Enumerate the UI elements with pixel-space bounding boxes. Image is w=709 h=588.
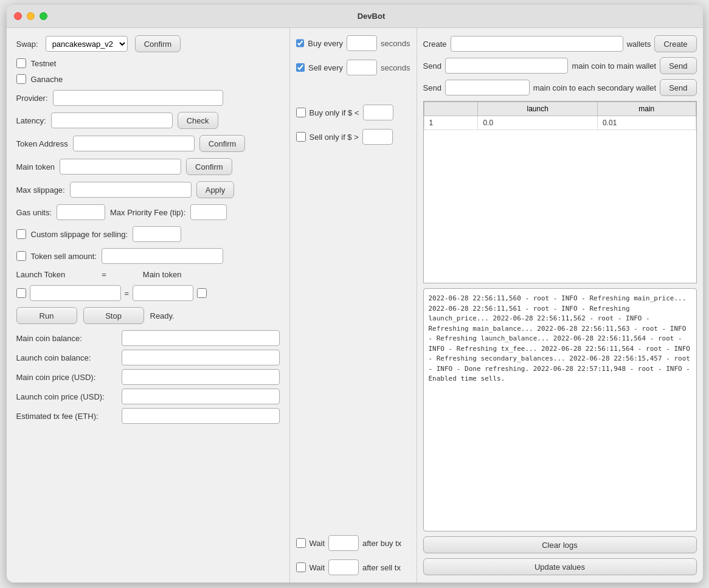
send-main-button[interactable]: Send <box>660 57 696 74</box>
buy-only-if-input[interactable]: 1 <box>363 105 393 120</box>
create-wallets-button[interactable]: Create <box>654 35 696 52</box>
left-panel: Swap: pancakeswap_v2 pancakeswap_v3 unis… <box>7 28 289 583</box>
ratio-checkbox-right[interactable] <box>197 288 207 298</box>
minimize-button[interactable] <box>27 12 35 20</box>
buy-every-input[interactable]: 10 <box>347 35 377 51</box>
token-sell-amount-input[interactable]: 1 <box>102 248 223 264</box>
testnet-checkbox[interactable] <box>16 58 26 68</box>
main-col-header: main <box>598 102 696 116</box>
main-ratio-input[interactable]: 0.01 <box>133 285 193 301</box>
maximize-button[interactable] <box>40 12 47 20</box>
send-each-button[interactable]: Send <box>660 79 696 96</box>
priority-fee-input[interactable]: 3 <box>190 204 227 220</box>
main-coin-balance-row: Main coin balance: 0.07591698914903681 <box>16 330 280 346</box>
launch-coin-price-input[interactable]: 7.552514465194685 <box>122 389 280 404</box>
check-button[interactable]: Check <box>178 112 218 129</box>
sell-only-if-input[interactable]: 1 <box>362 129 393 145</box>
gas-row: Gas units: 200001 Max Priority Fee (tip)… <box>16 204 280 220</box>
send-main-input[interactable] <box>445 58 569 74</box>
sell-every-input[interactable]: 2 <box>347 60 377 75</box>
update-values-button[interactable]: Update values <box>423 558 697 575</box>
sell-only-if-row: Sell only if $ > 1 <box>296 129 410 145</box>
custom-slippage-input[interactable]: 30 <box>133 226 181 242</box>
testnet-label: Testnet <box>31 59 57 68</box>
estimated-tx-fee-row: Estimated tx fee (ETH): 0.001000005 <box>16 408 280 424</box>
close-button[interactable] <box>14 12 22 20</box>
equals-header: = <box>102 270 106 279</box>
right-panel: Create wallets Create Send main coin to … <box>417 28 703 583</box>
provider-label: Provider: <box>16 94 48 103</box>
custom-slippage-checkbox[interactable] <box>16 229 26 239</box>
wait-after-sell-checkbox[interactable] <box>296 562 306 572</box>
main-token-input[interactable]: 01bD1cBaEBF2De08d9173bc095c <box>60 159 181 175</box>
launch-coin-price-row: Launch coin price (USD): 7.5525144651946… <box>16 389 280 404</box>
estimated-tx-fee-input[interactable]: 0.001000005 <box>122 408 280 424</box>
run-stop-row: Run Stop Ready. <box>16 307 280 324</box>
balance-section: Main coin balance: 0.07591698914903681 L… <box>16 330 280 424</box>
main-coin-balance-input[interactable]: 0.07591698914903681 <box>122 330 280 346</box>
buy-only-if-row: Buy only if $ < 1 <box>296 105 410 120</box>
clear-logs-button[interactable]: Clear logs <box>423 536 697 553</box>
provider-input[interactable]: https://bsc-dataseed.binance.org/ <box>53 90 223 106</box>
row-index: 1 <box>424 116 478 130</box>
ganache-row: Ganache <box>16 74 280 84</box>
launch-ratio-input[interactable]: 0.30854639986876164 <box>30 285 121 301</box>
token-address-confirm-button[interactable]: Confirm <box>199 135 246 152</box>
sell-only-if-label: Sell only if $ > <box>310 133 359 142</box>
swap-select[interactable]: pancakeswap_v2 pancakeswap_v3 uniswap_v2 <box>46 36 128 52</box>
buy-every-checkbox[interactable] <box>296 38 305 48</box>
buy-only-if-checkbox[interactable] <box>296 108 306 117</box>
token-sell-amount-checkbox[interactable] <box>16 251 26 261</box>
sell-every-checkbox[interactable] <box>296 63 305 72</box>
priority-fee-label: Max Priority Fee (tip): <box>110 208 185 217</box>
wallet-table-wrapper: launch main 1 0.0 0.01 <box>423 101 697 283</box>
gas-units-label: Gas units: <box>16 208 52 217</box>
log-area: 2022-06-28 22:56:11,560 - root - INFO - … <box>423 288 697 531</box>
after-sell-label: after sell tx <box>362 563 401 572</box>
run-button[interactable]: Run <box>16 307 77 324</box>
ganache-checkbox[interactable] <box>16 74 26 84</box>
ready-label: Ready. <box>150 311 175 320</box>
launch-token-header: Launch Token <box>16 270 66 279</box>
swap-label: Swap: <box>16 40 38 49</box>
index-col-header <box>424 102 478 116</box>
buy-every-label: Buy every <box>308 39 343 48</box>
latency-input[interactable] <box>51 112 173 128</box>
create-wallets-input[interactable] <box>451 36 623 52</box>
token-address-label: Token Address <box>16 139 68 148</box>
gas-units-input[interactable]: 200001 <box>57 204 105 220</box>
main-coin-price-input[interactable]: 234.19759590299316 <box>122 369 280 385</box>
send-main-label: Send <box>423 61 441 71</box>
token-sell-amount-row: Token sell amount: 1 <box>16 248 280 264</box>
send-each-input[interactable] <box>445 80 530 95</box>
window-title: DevBot <box>47 12 696 21</box>
wait-after-buy-input[interactable]: 15 <box>328 535 359 551</box>
launch-coin-balance-input[interactable]: 0.29333920662813723 <box>122 350 280 365</box>
wait-after-buy-checkbox[interactable] <box>296 538 306 548</box>
ratio-checkbox-left[interactable] <box>16 288 26 298</box>
apply-button[interactable]: Apply <box>196 181 235 198</box>
swap-row: Swap: pancakeswap_v2 pancakeswap_v3 unis… <box>16 35 280 52</box>
send-each-row: Send main coin to each secondary wallet … <box>423 79 697 96</box>
max-slippage-input[interactable]: 10 <box>70 182 192 198</box>
create-wallets-row: Create wallets Create <box>423 35 697 52</box>
main-token-label: Main token <box>16 162 55 171</box>
after-buy-label: after buy tx <box>362 539 401 548</box>
wait-after-sell-row: Wait 15 after sell tx <box>296 559 410 575</box>
wait-after-buy-row: Wait 15 after buy tx <box>296 535 410 551</box>
main-token-row: Main token 01bD1cBaEBF2De08d9173bc095c C… <box>16 158 280 175</box>
wallets-label: wallets <box>627 40 651 49</box>
sell-only-if-checkbox[interactable] <box>296 132 306 142</box>
main-token-header: Main token <box>143 270 182 279</box>
main-coin-balance-label: Main coin balance: <box>16 334 117 343</box>
wait-after-sell-input[interactable]: 15 <box>328 559 359 575</box>
send-main-description: main coin to main wallet <box>572 61 656 71</box>
launch-col-header: launch <box>478 102 598 116</box>
provider-row: Provider: https://bsc-dataseed.binance.o… <box>16 90 280 106</box>
wallet-table: launch main 1 0.0 0.01 <box>424 102 696 130</box>
token-address-input[interactable]: 0C979AAb8c869Ea2C873402 <box>73 136 195 151</box>
swap-confirm-button[interactable]: Confirm <box>135 35 181 52</box>
main-token-confirm-button[interactable]: Confirm <box>186 158 232 175</box>
ganache-label: Ganache <box>31 75 63 84</box>
stop-button[interactable]: Stop <box>83 307 144 324</box>
